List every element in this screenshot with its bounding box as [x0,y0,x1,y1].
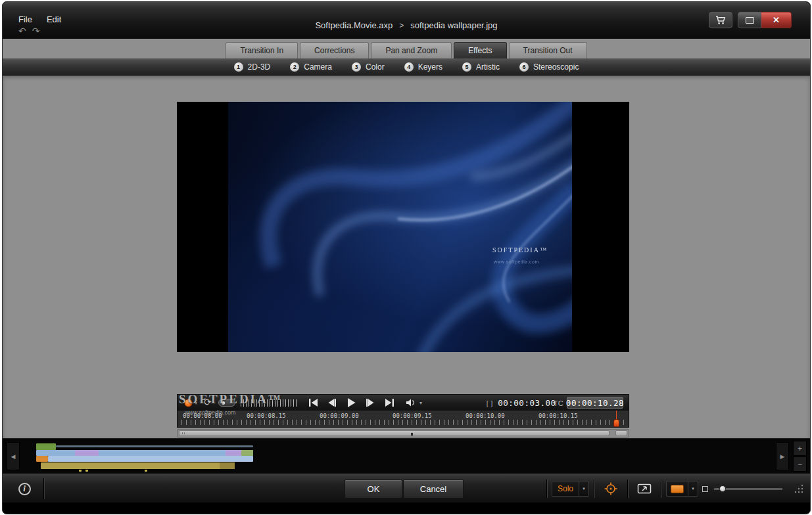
cart-icon [715,16,726,25]
shuttle-control[interactable] [218,399,235,407]
duration-value: 00:00:03.00 [498,398,556,408]
preview-stage: SOFTPEDIA™ www.softpedia.com ▾ ⟳ [3,76,810,438]
audio-mute-button[interactable] [405,397,417,411]
playhead[interactable] [613,411,619,427]
cancel-button[interactable]: Cancel [403,480,464,499]
asset-name: softpedia wallpaper.jpg [410,20,497,30]
timeline-navigator[interactable]: ◀ ▶ + − [3,438,810,474]
duration-icon: [] [485,399,494,408]
ruler-tick-label: 00:00:08.15 [247,413,286,419]
timeline-clip[interactable] [36,456,48,462]
transport-bar: ▾ ⟳ [177,394,629,411]
info-button[interactable]: i [9,479,39,499]
step-back-button[interactable] [325,396,339,409]
timeline-clip[interactable] [220,462,235,469]
tab-transition-in[interactable]: Transition In [226,42,298,58]
ruler-tick-label: 00:00:10.15 [538,413,578,419]
navigator-scroll-left-button[interactable]: ◀ [7,442,20,470]
scrollbar-end-handle[interactable] [615,430,627,436]
timeline-clip[interactable] [56,445,253,447]
store-cart-button[interactable] [709,12,732,28]
play-button[interactable] [345,396,358,409]
close-icon: ✕ [773,15,780,25]
titlebar: File Edit ↶ ↷ Softpedia.Movie.axp>softpe… [3,2,810,39]
category-number-badge: 4 [404,62,414,72]
category-number-badge: 3 [352,62,361,72]
slider-knob[interactable] [719,485,726,492]
skip-start-button[interactable] [306,396,320,409]
category-stereoscopic[interactable]: 6 Stereoscopic [519,62,579,72]
category-label: Artistic [476,62,500,72]
timeline-clip[interactable] [36,443,56,450]
zoom-out-button[interactable]: − [793,457,807,472]
category-color[interactable]: 3 Color [352,62,385,72]
background-color-dropdown[interactable]: ▾ [666,481,698,497]
app-window: File Edit ↶ ↷ Softpedia.Movie.axp>softpe… [2,1,811,514]
ruler-tick-label: 00:00:10.00 [466,413,505,419]
tab-pan-and-zoom[interactable]: Pan and Zoom [371,42,452,58]
ruler-tick-marks [181,420,625,425]
chevron-down-icon[interactable]: ▾ [688,481,698,496]
category-label: Color [366,62,385,72]
timeline-clip[interactable] [226,450,241,456]
skip-end-button[interactable] [383,396,396,409]
timeline-clip[interactable] [75,450,99,456]
footer-right-cluster: Solo ▾ [542,474,805,503]
timeline-clip[interactable] [79,470,82,472]
solo-dropdown[interactable]: Solo ▾ [552,481,589,497]
time-ruler[interactable]: 00:00:08.00 00:00:08.15 00:00:09.00 00:0… [177,411,629,428]
tab-transition-out[interactable]: Transition Out [509,42,587,58]
category-number-badge: 2 [290,62,299,72]
loop-icon[interactable]: ⟳ [204,397,212,407]
category-keyers[interactable]: 4 Keyers [404,62,442,72]
video-preview: SOFTPEDIA™ www.softpedia.com [177,102,629,352]
timecode-label: TC [554,399,563,407]
timeline-clip[interactable] [241,450,253,456]
ruler-tick-label: 00:00:09.00 [320,413,359,419]
scrub-ticks[interactable] [241,399,299,407]
navigator-scroll-right-button[interactable]: ▶ [776,442,789,470]
category-camera[interactable]: 2 Camera [290,62,332,72]
timeline-clip[interactable] [36,450,253,456]
minimize-button[interactable] [738,12,761,28]
slider-track[interactable] [714,487,782,490]
marker-record-button[interactable] [184,399,193,407]
category-artistic[interactable]: 5 Artistic [462,62,500,72]
zoom-in-button[interactable]: + [793,441,807,456]
tab-effects[interactable]: Effects [454,42,506,58]
divider [594,480,594,498]
speaker-icon [405,397,417,408]
category-label: Keyers [418,62,442,72]
resize-grip[interactable] [793,483,805,495]
duration-counter: [] 00:00:03.00 [485,398,556,408]
divider [661,480,661,498]
playhead-handle[interactable] [613,419,619,427]
ruler-tick-label: 00:00:09.15 [393,413,432,419]
chevron-down-icon[interactable]: ▾ [419,400,422,406]
timeline-clip[interactable] [41,462,235,469]
project-name: Softpedia.Movie.axp [315,20,393,30]
divider [43,478,44,499]
category-number-badge: 6 [519,62,529,72]
navigator-zoom-controls: + − [793,441,807,472]
tab-corrections[interactable]: Corrections [300,42,369,58]
horizontal-scrollbar[interactable] [177,429,629,437]
footer-toolbar: i OK Cancel Solo ▾ [3,474,810,503]
timeline-clip[interactable] [48,456,253,462]
timeline-clip[interactable] [85,470,88,472]
scrollbar-thumb[interactable] [179,430,609,436]
step-forward-button[interactable] [364,396,377,409]
category-2d-3d[interactable]: 1 2D-3D [234,62,271,72]
chevron-down-icon[interactable]: ▾ [579,481,588,496]
timeline-clip[interactable] [145,470,147,472]
navigator-clips[interactable] [25,439,771,474]
close-button[interactable]: ✕ [761,12,792,28]
chevron-down-icon[interactable]: ▾ [195,400,197,406]
timecode-field[interactable]: 00:00:10.28 [567,397,623,409]
track-target-button[interactable] [599,479,623,499]
fullscreen-button[interactable] [633,479,656,499]
minimize-icon [746,17,754,24]
skip-end-icon [385,398,394,407]
category-number-badge: 5 [462,62,471,72]
ok-button[interactable]: OK [345,480,402,499]
